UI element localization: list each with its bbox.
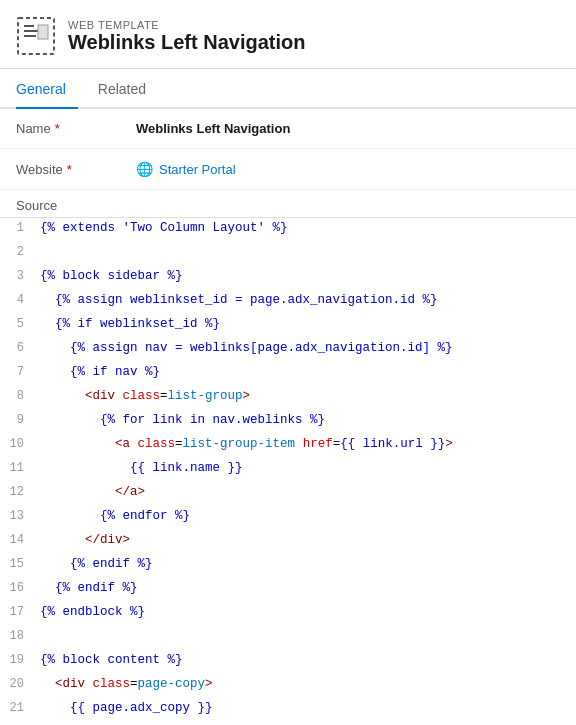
code-line: 10 <a class=list-group-item href={{ link… bbox=[0, 434, 576, 458]
code-line: 7 {% if nav %} bbox=[0, 362, 576, 386]
website-label: Website* bbox=[16, 162, 136, 177]
line-number: 13 bbox=[0, 506, 36, 526]
code-line: 3{% block sidebar %} bbox=[0, 266, 576, 290]
line-content: {% endif %} bbox=[36, 554, 576, 575]
header-subtitle: WEB TEMPLATE bbox=[68, 19, 305, 31]
website-link[interactable]: Starter Portal bbox=[159, 162, 236, 177]
web-template-icon bbox=[16, 16, 56, 56]
name-label: Name* bbox=[16, 121, 136, 136]
svg-rect-2 bbox=[24, 30, 38, 32]
line-content: <div class=list-group> bbox=[36, 386, 576, 407]
line-number: 16 bbox=[0, 578, 36, 598]
name-row: Name* Weblinks Left Navigation bbox=[0, 109, 576, 149]
page-header: WEB TEMPLATE Weblinks Left Navigation bbox=[0, 0, 576, 69]
code-line: 9 {% for link in nav.weblinks %} bbox=[0, 410, 576, 434]
tab-general[interactable]: General bbox=[16, 73, 78, 109]
website-row: Website* 🌐 Starter Portal bbox=[0, 149, 576, 190]
code-line: 4 {% assign weblinkset_id = page.adx_nav… bbox=[0, 290, 576, 314]
line-number: 21 bbox=[0, 698, 36, 718]
line-content: </div> bbox=[36, 530, 576, 551]
name-value: Weblinks Left Navigation bbox=[136, 121, 290, 136]
line-number: 7 bbox=[0, 362, 36, 382]
line-content: {% endblock %} bbox=[36, 602, 576, 623]
line-number: 2 bbox=[0, 242, 36, 262]
code-line: 17{% endblock %} bbox=[0, 602, 576, 626]
code-line: 18 bbox=[0, 626, 576, 650]
code-line: 19{% block content %} bbox=[0, 650, 576, 674]
code-line: 2 bbox=[0, 242, 576, 266]
line-number: 3 bbox=[0, 266, 36, 286]
line-content: {% block content %} bbox=[36, 650, 576, 671]
tabs-bar: General Related bbox=[0, 73, 576, 109]
line-number: 11 bbox=[0, 458, 36, 478]
line-number: 14 bbox=[0, 530, 36, 550]
code-editor: 1{% extends 'Two Column Layout' %}2 3{% … bbox=[0, 218, 576, 725]
name-required: * bbox=[55, 121, 60, 136]
svg-rect-4 bbox=[38, 25, 48, 39]
source-label: Source bbox=[0, 190, 576, 218]
line-number: 9 bbox=[0, 410, 36, 430]
line-content bbox=[36, 242, 576, 263]
line-content: {% endif %} bbox=[36, 578, 576, 599]
code-line: 13 {% endfor %} bbox=[0, 506, 576, 530]
line-number: 10 bbox=[0, 434, 36, 454]
line-content: <a class=list-group-item href={{ link.ur… bbox=[36, 434, 576, 455]
line-number: 12 bbox=[0, 482, 36, 502]
line-content: {% block sidebar %} bbox=[36, 266, 576, 287]
header-text: WEB TEMPLATE Weblinks Left Navigation bbox=[68, 19, 305, 54]
line-content: {% extends 'Two Column Layout' %} bbox=[36, 218, 576, 239]
website-value: 🌐 Starter Portal bbox=[136, 161, 236, 177]
line-number: 5 bbox=[0, 314, 36, 334]
header-title: Weblinks Left Navigation bbox=[68, 31, 305, 54]
code-line: 20 <div class=page-copy> bbox=[0, 674, 576, 698]
line-number: 20 bbox=[0, 674, 36, 694]
line-number: 17 bbox=[0, 602, 36, 622]
line-number: 19 bbox=[0, 650, 36, 670]
line-content: {% endfor %} bbox=[36, 506, 576, 527]
line-content: </a> bbox=[36, 482, 576, 503]
svg-rect-1 bbox=[24, 25, 34, 27]
code-line: 12 </a> bbox=[0, 482, 576, 506]
line-content: {% if nav %} bbox=[36, 362, 576, 383]
code-line: 15 {% endif %} bbox=[0, 554, 576, 578]
line-content: {{ page.adx_copy }} bbox=[36, 698, 576, 719]
line-content: {{ link.name }} bbox=[36, 458, 576, 479]
line-number: 15 bbox=[0, 554, 36, 574]
line-content: {% for link in nav.weblinks %} bbox=[36, 410, 576, 431]
line-number: 6 bbox=[0, 338, 36, 358]
tab-related[interactable]: Related bbox=[98, 73, 158, 109]
line-number: 1 bbox=[0, 218, 36, 238]
website-required: * bbox=[67, 162, 72, 177]
code-line: 21 {{ page.adx_copy }} bbox=[0, 698, 576, 722]
line-content: {% assign nav = weblinks[page.adx_naviga… bbox=[36, 338, 576, 359]
line-number: 4 bbox=[0, 290, 36, 310]
code-line: 1{% extends 'Two Column Layout' %} bbox=[0, 218, 576, 242]
svg-rect-3 bbox=[24, 35, 36, 37]
code-line: 16 {% endif %} bbox=[0, 578, 576, 602]
code-line: 5 {% if weblinkset_id %} bbox=[0, 314, 576, 338]
line-content: {% if weblinkset_id %} bbox=[36, 314, 576, 335]
code-line: 6 {% assign nav = weblinks[page.adx_navi… bbox=[0, 338, 576, 362]
code-line: 14 </div> bbox=[0, 530, 576, 554]
globe-icon: 🌐 bbox=[136, 161, 153, 177]
code-line: 11 {{ link.name }} bbox=[0, 458, 576, 482]
line-number: 18 bbox=[0, 626, 36, 646]
code-line: 8 <div class=list-group> bbox=[0, 386, 576, 410]
line-content: {% assign weblinkset_id = page.adx_navig… bbox=[36, 290, 576, 311]
line-content bbox=[36, 626, 576, 647]
form-section: Name* Weblinks Left Navigation Website* … bbox=[0, 109, 576, 190]
line-content: <div class=page-copy> bbox=[36, 674, 576, 695]
line-number: 8 bbox=[0, 386, 36, 406]
